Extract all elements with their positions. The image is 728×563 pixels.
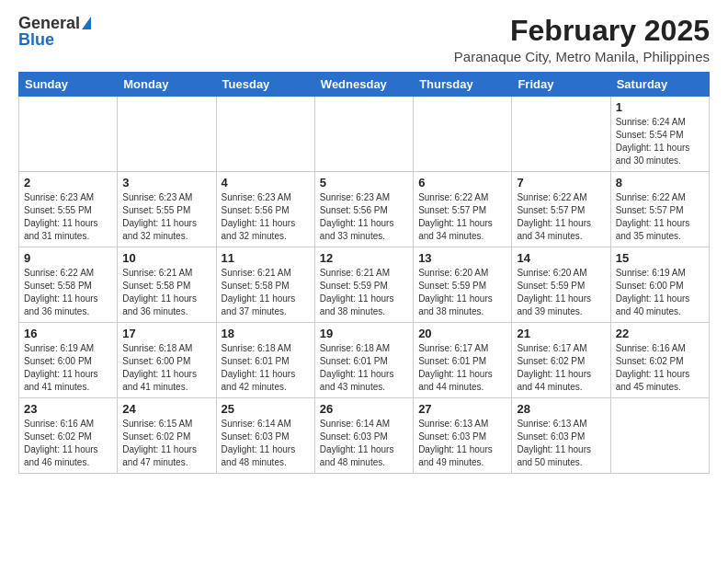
- day-info: Sunrise: 6:13 AMSunset: 6:03 PMDaylight:…: [418, 418, 506, 469]
- day-header-saturday: Saturday: [610, 73, 709, 97]
- day-number: 5: [320, 176, 408, 190]
- calendar-cell: 15Sunrise: 6:19 AMSunset: 6:00 PMDayligh…: [610, 247, 709, 323]
- day-number: 22: [616, 327, 704, 340]
- day-info: Sunrise: 6:15 AMSunset: 6:02 PMDaylight:…: [122, 418, 210, 469]
- week-row-1: 1Sunrise: 6:24 AMSunset: 5:54 PMDaylight…: [19, 97, 710, 172]
- day-info: Sunrise: 6:21 AMSunset: 5:58 PMDaylight:…: [222, 267, 310, 318]
- day-number: 3: [122, 176, 210, 190]
- day-header-sunday: Sunday: [19, 73, 118, 97]
- day-number: 8: [616, 176, 704, 190]
- title-block: February 2025 Paranaque City, Metro Mani…: [454, 15, 710, 64]
- day-number: 24: [122, 402, 210, 416]
- calendar-cell: [314, 97, 413, 172]
- calendar-cell: 2Sunrise: 6:23 AMSunset: 5:55 PMDaylight…: [19, 172, 118, 247]
- page: General Blue February 2025 Paranaque Cit…: [0, 0, 728, 488]
- day-number: 9: [24, 251, 112, 265]
- logo: General Blue: [18, 15, 91, 48]
- location-title: Paranaque City, Metro Manila, Philippine…: [454, 49, 710, 64]
- calendar-cell: [512, 97, 610, 172]
- day-header-monday: Monday: [118, 73, 216, 97]
- calendar-cell: [19, 97, 118, 172]
- day-info: Sunrise: 6:17 AMSunset: 6:02 PMDaylight:…: [517, 342, 605, 394]
- day-number: 28: [517, 402, 605, 416]
- day-number: 18: [222, 327, 310, 340]
- day-info: Sunrise: 6:21 AMSunset: 5:58 PMDaylight:…: [122, 267, 210, 318]
- calendar-cell: 16Sunrise: 6:19 AMSunset: 6:00 PMDayligh…: [19, 323, 118, 398]
- week-row-5: 23Sunrise: 6:16 AMSunset: 6:02 PMDayligh…: [19, 398, 710, 474]
- day-info: Sunrise: 6:19 AMSunset: 6:00 PMDaylight:…: [24, 342, 112, 394]
- header: General Blue February 2025 Paranaque Cit…: [18, 15, 710, 64]
- day-info: Sunrise: 6:18 AMSunset: 6:00 PMDaylight:…: [122, 342, 210, 394]
- week-row-2: 2Sunrise: 6:23 AMSunset: 5:55 PMDaylight…: [19, 172, 710, 247]
- day-number: 2: [24, 176, 112, 190]
- week-row-3: 9Sunrise: 6:22 AMSunset: 5:58 PMDaylight…: [19, 247, 710, 323]
- calendar-cell: 10Sunrise: 6:21 AMSunset: 5:58 PMDayligh…: [118, 247, 216, 323]
- calendar-cell: 28Sunrise: 6:13 AMSunset: 6:03 PMDayligh…: [512, 398, 610, 474]
- calendar-cell: 4Sunrise: 6:23 AMSunset: 5:56 PMDaylight…: [216, 172, 314, 247]
- day-number: 19: [320, 327, 408, 340]
- day-info: Sunrise: 6:20 AMSunset: 5:59 PMDaylight:…: [517, 267, 605, 318]
- day-number: 11: [222, 251, 310, 265]
- calendar-cell: 25Sunrise: 6:14 AMSunset: 6:03 PMDayligh…: [216, 398, 314, 474]
- calendar-cell: 3Sunrise: 6:23 AMSunset: 5:55 PMDaylight…: [118, 172, 216, 247]
- calendar-cell: 12Sunrise: 6:21 AMSunset: 5:59 PMDayligh…: [314, 247, 413, 323]
- day-number: 1: [616, 100, 704, 114]
- calendar-cell: 8Sunrise: 6:22 AMSunset: 5:57 PMDaylight…: [610, 172, 709, 247]
- day-info: Sunrise: 6:17 AMSunset: 6:01 PMDaylight:…: [418, 342, 506, 394]
- day-info: Sunrise: 6:22 AMSunset: 5:57 PMDaylight:…: [418, 191, 506, 243]
- day-info: Sunrise: 6:23 AMSunset: 5:56 PMDaylight:…: [222, 191, 310, 243]
- day-info: Sunrise: 6:23 AMSunset: 5:56 PMDaylight:…: [320, 191, 408, 243]
- day-number: 27: [418, 402, 506, 416]
- calendar-cell: 17Sunrise: 6:18 AMSunset: 6:00 PMDayligh…: [118, 323, 216, 398]
- day-info: Sunrise: 6:16 AMSunset: 6:02 PMDaylight:…: [616, 342, 704, 394]
- calendar-cell: 1Sunrise: 6:24 AMSunset: 5:54 PMDaylight…: [610, 97, 709, 172]
- day-header-wednesday: Wednesday: [314, 73, 413, 97]
- calendar-cell: [414, 97, 512, 172]
- calendar-cell: 20Sunrise: 6:17 AMSunset: 6:01 PMDayligh…: [414, 323, 512, 398]
- day-number: 7: [517, 176, 605, 190]
- day-number: 14: [517, 251, 605, 265]
- day-info: Sunrise: 6:22 AMSunset: 5:57 PMDaylight:…: [616, 191, 704, 243]
- day-info: Sunrise: 6:19 AMSunset: 6:00 PMDaylight:…: [616, 267, 704, 318]
- calendar-cell: 21Sunrise: 6:17 AMSunset: 6:02 PMDayligh…: [512, 323, 610, 398]
- month-title: February 2025: [454, 15, 710, 47]
- calendar-cell: 7Sunrise: 6:22 AMSunset: 5:57 PMDaylight…: [512, 172, 610, 247]
- day-info: Sunrise: 6:23 AMSunset: 5:55 PMDaylight:…: [122, 191, 210, 243]
- days-header-row: SundayMondayTuesdayWednesdayThursdayFrid…: [19, 73, 710, 97]
- logo-general-text: General: [18, 15, 80, 31]
- day-number: 17: [122, 327, 210, 340]
- day-number: 15: [616, 251, 704, 265]
- day-number: 25: [222, 402, 310, 416]
- calendar-cell: 14Sunrise: 6:20 AMSunset: 5:59 PMDayligh…: [512, 247, 610, 323]
- day-header-tuesday: Tuesday: [216, 73, 314, 97]
- day-number: 20: [418, 327, 506, 340]
- calendar: SundayMondayTuesdayWednesdayThursdayFrid…: [18, 72, 710, 474]
- day-number: 16: [24, 327, 112, 340]
- calendar-cell: 23Sunrise: 6:16 AMSunset: 6:02 PMDayligh…: [19, 398, 118, 474]
- calendar-cell: 18Sunrise: 6:18 AMSunset: 6:01 PMDayligh…: [216, 323, 314, 398]
- day-info: Sunrise: 6:13 AMSunset: 6:03 PMDaylight:…: [517, 418, 605, 469]
- day-header-thursday: Thursday: [414, 73, 512, 97]
- day-number: 21: [517, 327, 605, 340]
- calendar-cell: 26Sunrise: 6:14 AMSunset: 6:03 PMDayligh…: [314, 398, 413, 474]
- day-info: Sunrise: 6:21 AMSunset: 5:59 PMDaylight:…: [320, 267, 408, 318]
- calendar-cell: [216, 97, 314, 172]
- day-number: 13: [418, 251, 506, 265]
- day-header-friday: Friday: [512, 73, 610, 97]
- day-info: Sunrise: 6:24 AMSunset: 5:54 PMDaylight:…: [616, 116, 704, 167]
- day-number: 12: [320, 251, 408, 265]
- day-info: Sunrise: 6:23 AMSunset: 5:55 PMDaylight:…: [24, 191, 112, 243]
- logo-blue-text: Blue: [18, 31, 54, 48]
- week-row-4: 16Sunrise: 6:19 AMSunset: 6:00 PMDayligh…: [19, 323, 710, 398]
- day-info: Sunrise: 6:22 AMSunset: 5:57 PMDaylight:…: [517, 191, 605, 243]
- day-number: 6: [418, 176, 506, 190]
- day-number: 4: [222, 176, 310, 190]
- calendar-cell: 22Sunrise: 6:16 AMSunset: 6:02 PMDayligh…: [610, 323, 709, 398]
- calendar-cell: 27Sunrise: 6:13 AMSunset: 6:03 PMDayligh…: [414, 398, 512, 474]
- calendar-cell: 9Sunrise: 6:22 AMSunset: 5:58 PMDaylight…: [19, 247, 118, 323]
- day-info: Sunrise: 6:18 AMSunset: 6:01 PMDaylight:…: [320, 342, 408, 394]
- calendar-cell: 24Sunrise: 6:15 AMSunset: 6:02 PMDayligh…: [118, 398, 216, 474]
- day-number: 23: [24, 402, 112, 416]
- day-info: Sunrise: 6:14 AMSunset: 6:03 PMDaylight:…: [222, 418, 310, 469]
- day-number: 26: [320, 402, 408, 416]
